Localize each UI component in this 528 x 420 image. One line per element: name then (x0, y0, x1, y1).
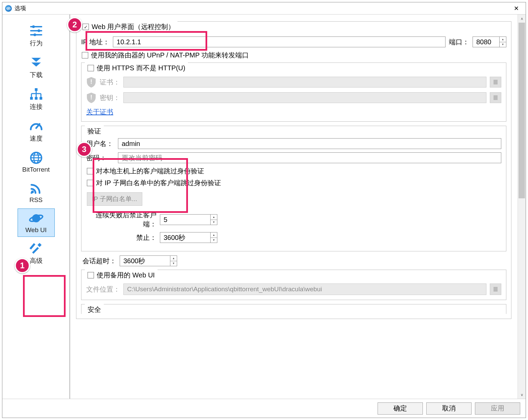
ban-dur-label: 禁止： (86, 233, 157, 242)
sidebar-item-label: 下载 (30, 71, 43, 79)
key-label: 密钥： (100, 93, 120, 102)
sidebar-item-label: 行为 (30, 39, 43, 48)
upnp-label: 使用我的路由器的 UPnP / NAT-PMP 功能来转发端口 (91, 51, 249, 60)
shield-warning-icon: ! (86, 76, 96, 88)
svg-rect-9 (40, 97, 42, 100)
loc-field: C:\Users\Administrator\Applications\qbit… (123, 283, 486, 295)
ok-button[interactable]: 确定 (378, 402, 423, 415)
sidebar-item-label: BitTorrent (22, 166, 50, 173)
tools-icon (29, 241, 43, 256)
svg-point-4 (38, 29, 40, 32)
scroll-thumb[interactable] (519, 23, 525, 198)
about-cert-link[interactable]: 关于证书 (86, 108, 113, 116)
rss-icon (29, 181, 43, 196)
webui-enable-label: Web 用户界面（远程控制） (92, 22, 175, 31)
altui-label: 使用备用的 Web UI (97, 271, 155, 280)
sidebar-item-behavior[interactable]: 行为 (18, 21, 55, 51)
sidebar-item-label: Web UI (25, 226, 47, 234)
annotation-2: 2 (67, 17, 82, 32)
security-title: 安全 (85, 304, 104, 316)
planet-icon (29, 211, 44, 226)
cert-browse-button (490, 77, 501, 88)
options-window: qb 选项 ✕ 行为 下载 连接 (2, 2, 526, 418)
altui-checkbox[interactable] (88, 272, 94, 278)
highlight-2 (86, 31, 207, 51)
shield-warning-icon: ! (86, 92, 96, 103)
dialog-footer: 确定 取消 应用 (2, 399, 526, 418)
apply-button[interactable]: 应用 (475, 402, 520, 415)
webui-enable-checkbox[interactable]: ✓ (82, 24, 89, 30)
https-label: 使用 HTTPS 而不是 HTTP(U) (97, 64, 185, 73)
port-input[interactable]: ▲▼ (473, 36, 506, 47)
sidebar-item-speed[interactable]: 速度 (18, 116, 55, 146)
ban-after-spinner[interactable]: ▲▼ (210, 215, 217, 225)
svg-rect-6 (35, 88, 38, 91)
cert-label: 证书： (100, 78, 120, 87)
gauge-icon (29, 119, 44, 133)
loc-label: 文件位置： (86, 285, 120, 294)
security-group: 安全 (81, 304, 506, 314)
content: 行为 下载 连接 速度 (2, 15, 526, 399)
sidebar-item-label: 连接 (30, 102, 43, 111)
svg-point-5 (33, 33, 36, 36)
titlebar: qb 选项 ✕ (2, 2, 526, 15)
close-button[interactable]: ✕ (509, 5, 523, 12)
sidebar-item-label: RSS (29, 196, 43, 204)
ban-after-input[interactable]: ▲▼ (160, 214, 217, 225)
sidebar-item-connection[interactable]: 连接 (18, 84, 55, 115)
svg-point-3 (32, 25, 35, 28)
vertical-scrollbar[interactable]: ∧ ∨ (518, 15, 526, 399)
highlight-1 (23, 275, 66, 317)
annotation-1: 1 (15, 258, 30, 273)
ban-after-label: 连续失败后禁止客户端： (86, 211, 157, 229)
scroll-down-icon[interactable]: ∨ (518, 391, 526, 399)
session-timeout-input[interactable]: ▲▼ (120, 255, 177, 266)
ban-dur-spinner[interactable]: ▲▼ (210, 232, 217, 243)
download-icon (29, 55, 43, 70)
window-title: 选项 (15, 4, 509, 12)
sidebar-item-rss[interactable]: RSS (18, 178, 55, 207)
cert-field (123, 77, 486, 88)
ban-dur-input[interactable]: ▲▼ (160, 232, 217, 243)
https-group: 使用 HTTPS 而不是 HTTP(U) ! 证书： (81, 63, 506, 122)
cancel-button[interactable]: 取消 (426, 402, 472, 415)
svg-text:!: ! (90, 94, 92, 101)
https-legend[interactable]: 使用 HTTPS 而不是 HTTP(U) (85, 62, 188, 74)
sidebar-item-bittorrent[interactable]: BitTorrent (18, 148, 55, 177)
altui-group: 使用备用的 Web UI 文件位置： C:\Users\Administrato… (81, 270, 506, 300)
svg-point-21 (31, 191, 34, 193)
svg-rect-24 (29, 243, 35, 249)
sidebar-item-label: 速度 (30, 134, 43, 143)
port-label: 端口： (449, 38, 469, 47)
https-checkbox[interactable] (88, 65, 94, 71)
upnp-checkbox[interactable] (82, 52, 88, 58)
svg-rect-7 (30, 97, 33, 100)
key-field (123, 92, 486, 103)
globe-icon (29, 150, 43, 165)
auth-title: 验证 (85, 125, 104, 137)
svg-text:!: ! (90, 78, 92, 85)
sidebar-item-label: 高级 (30, 256, 43, 265)
username-input[interactable] (118, 138, 501, 149)
network-icon (29, 87, 44, 102)
sidebar-item-webui[interactable]: Web UI (18, 208, 55, 237)
loc-browse-button (490, 283, 501, 295)
svg-rect-8 (35, 97, 38, 100)
scroll-up-icon[interactable]: ∧ (518, 15, 526, 23)
sidebar-item-downloads[interactable]: 下载 (18, 52, 55, 83)
app-icon: qb (5, 5, 12, 12)
key-browse-button (490, 92, 501, 103)
annotation-3: 3 (76, 142, 92, 157)
session-spinner[interactable]: ▲▼ (170, 256, 177, 266)
port-spinner[interactable]: ▲▼ (499, 37, 506, 47)
session-timeout-label: 会话超时： (82, 256, 116, 266)
sliders-icon (29, 23, 44, 38)
altui-legend[interactable]: 使用备用的 Web UI (85, 269, 158, 281)
highlight-3 (93, 158, 188, 213)
sidebar: 行为 下载 连接 速度 (2, 15, 70, 399)
